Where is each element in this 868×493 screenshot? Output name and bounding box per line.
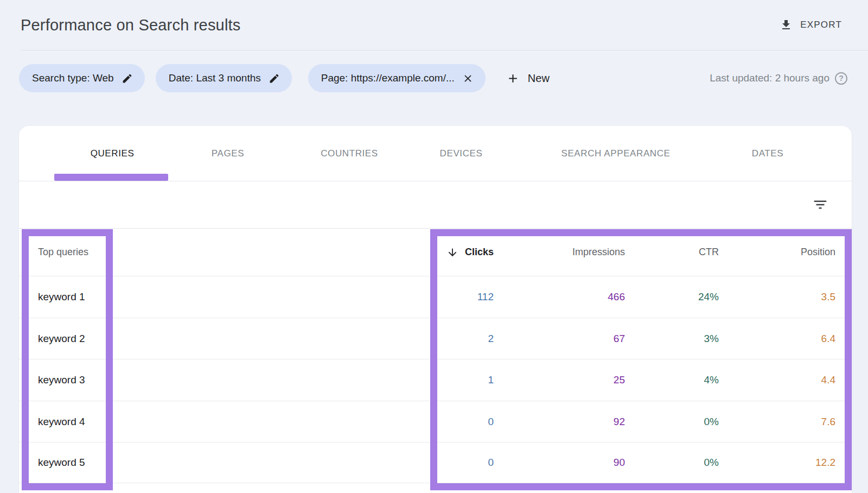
clicks-cell: 1: [374, 359, 494, 401]
column-header-position[interactable]: Position: [743, 229, 835, 276]
ctr-cell: 0%: [637, 401, 719, 443]
dimension-tabs: QUERIES PAGES COUNTRIES DEVICES SEARCH A…: [19, 126, 852, 181]
query-cell[interactable]: keyword 4: [38, 401, 233, 443]
top-bar: Performance on Search results EXPORT: [21, 0, 847, 50]
tab-search-appearance[interactable]: SEARCH APPEARANCE: [553, 126, 678, 181]
last-updated: Last updated: 2 hours ago ?: [710, 72, 847, 85]
table-row[interactable]: keyword 1 112 466 24% 3.5: [19, 276, 852, 318]
new-label: New: [528, 72, 550, 85]
queries-table: Top queries Clicks Impressions CTR Posit…: [19, 228, 852, 493]
table-header-row: Top queries Clicks Impressions CTR Posit…: [19, 228, 852, 276]
tab-pages[interactable]: PAGES: [204, 126, 252, 181]
search-type-filter-chip[interactable]: Search type: Web: [19, 64, 145, 92]
position-cell: 3.5: [743, 276, 835, 318]
impressions-cell: 25: [506, 359, 625, 401]
sort-arrow-down-icon: [446, 246, 458, 258]
impressions-cell: 466: [506, 276, 625, 318]
tab-countries[interactable]: COUNTRIES: [313, 126, 386, 181]
column-header-ctr[interactable]: CTR: [637, 229, 719, 276]
page-title: Performance on Search results: [21, 16, 241, 34]
clicks-header-label: Clicks: [465, 246, 494, 258]
clicks-cell: 2: [374, 318, 494, 359]
header-divider: [21, 50, 868, 50]
help-icon[interactable]: ?: [835, 72, 847, 85]
column-header-top-queries[interactable]: Top queries: [38, 229, 233, 276]
table-row[interactable]: keyword 5 0 90 0% 12.2: [19, 442, 852, 483]
tab-devices[interactable]: DEVICES: [432, 126, 490, 181]
chip-label: Date: Last 3 months: [169, 72, 261, 84]
table-row[interactable]: keyword 3 1 25 4% 4.4: [19, 359, 852, 401]
query-cell[interactable]: keyword 3: [38, 359, 233, 401]
position-cell: 6.4: [743, 318, 835, 359]
impressions-cell: 90: [506, 443, 625, 483]
search-performance-page: Performance on Search results EXPORT Sea…: [0, 0, 868, 493]
ctr-cell: 4%: [637, 359, 719, 401]
download-icon: [780, 18, 793, 31]
position-cell: 12.2: [743, 443, 835, 483]
page-filter-chip[interactable]: Page: https://example.com/...: [308, 64, 486, 92]
ctr-cell: 0%: [637, 443, 719, 483]
chip-label: Page: https://example.com/...: [321, 72, 455, 84]
date-filter-chip[interactable]: Date: Last 3 months: [156, 64, 292, 92]
position-cell: 4.4: [743, 359, 835, 401]
last-updated-text: Last updated: 2 hours ago: [710, 72, 829, 84]
ctr-cell: 3%: [637, 318, 719, 359]
chip-label: Search type: Web: [32, 72, 114, 84]
query-cell[interactable]: keyword 5: [38, 443, 233, 483]
tab-queries[interactable]: QUERIES: [83, 126, 142, 181]
table-row[interactable]: keyword 4 0 92 0% 7.6: [19, 401, 852, 443]
filter-rows-button[interactable]: [809, 193, 832, 216]
plus-icon: [506, 72, 520, 85]
filter-icon: [812, 197, 828, 213]
query-cell[interactable]: keyword 2: [38, 318, 233, 359]
column-header-impressions[interactable]: Impressions: [506, 229, 625, 276]
clicks-cell: 0: [374, 401, 494, 443]
new-filter-button[interactable]: New: [500, 67, 556, 90]
export-label: EXPORT: [800, 20, 842, 30]
report-card: QUERIES PAGES COUNTRIES DEVICES SEARCH A…: [19, 126, 852, 493]
position-cell: 7.6: [743, 401, 835, 443]
edit-icon: [269, 73, 280, 84]
impressions-cell: 92: [506, 401, 625, 443]
edit-icon: [122, 73, 133, 84]
close-icon[interactable]: [462, 73, 474, 84]
query-cell[interactable]: keyword 1: [38, 276, 233, 318]
ctr-cell: 24%: [637, 276, 719, 318]
table-row[interactable]: keyword 2 2 67 3% 6.4: [19, 318, 852, 359]
tab-dates[interactable]: DATES: [744, 126, 791, 181]
clicks-cell: 112: [374, 276, 494, 318]
column-header-clicks[interactable]: Clicks: [363, 229, 494, 276]
export-button[interactable]: EXPORT: [774, 14, 847, 36]
impressions-cell: 67: [506, 318, 625, 359]
active-tab-indicator: [54, 174, 168, 181]
table-toolbar: [19, 181, 852, 228]
filter-bar: Search type: Web Date: Last 3 months Pag…: [19, 64, 847, 92]
clicks-cell: 0: [374, 443, 494, 483]
